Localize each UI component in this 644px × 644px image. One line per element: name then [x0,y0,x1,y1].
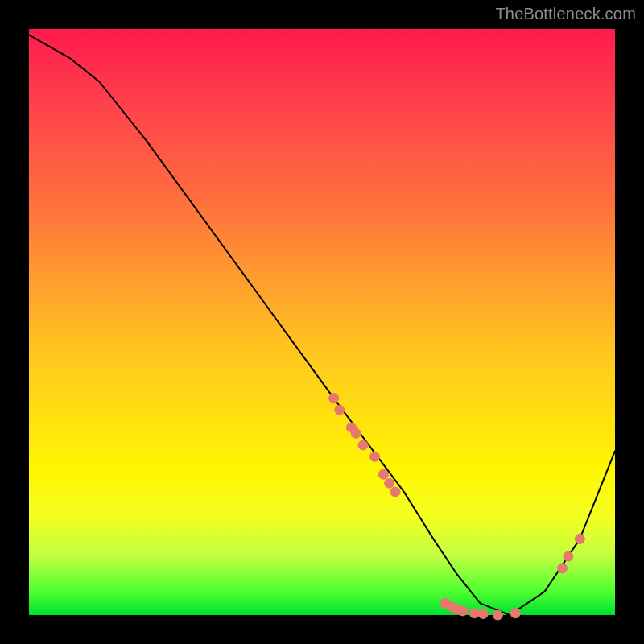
data-marker [358,440,368,450]
data-marker [329,394,339,403]
data-marker [478,609,488,619]
chart-frame: TheBottleneck.com [0,0,644,644]
data-marker [510,609,520,618]
data-marker [390,487,400,497]
data-marker [575,534,584,543]
data-marker [458,606,468,616]
markers-group [329,394,585,620]
data-marker [564,551,573,561]
data-marker [351,428,361,438]
curve-path [29,35,615,615]
watermark-text: TheBottleneck.com [495,5,636,23]
data-marker [469,609,479,618]
curve-path-group [29,35,615,615]
data-marker [558,564,568,573]
plot-area [29,29,615,615]
data-marker [385,478,394,488]
curve-layer [29,29,615,615]
data-marker [370,452,380,461]
data-marker [378,469,388,479]
data-marker [335,405,345,415]
data-marker [493,610,502,620]
